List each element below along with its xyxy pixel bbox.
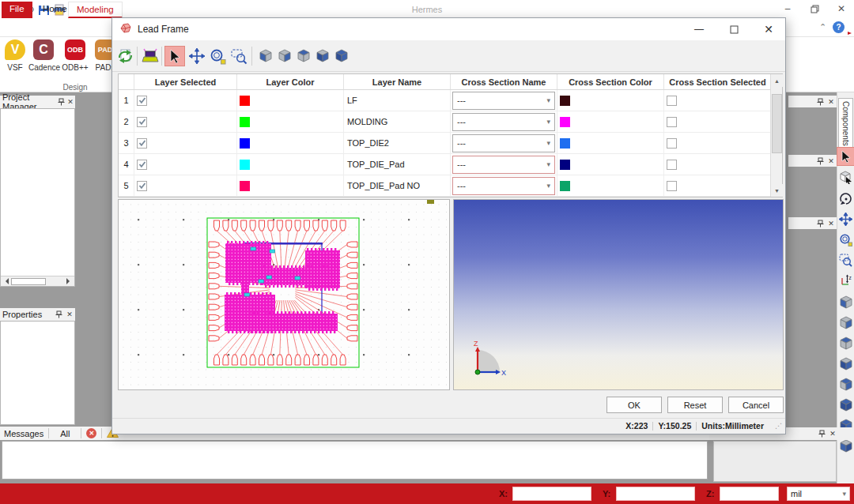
- leadframe-2d-viewport[interactable]: [118, 199, 450, 390]
- layer-color-swatch[interactable]: [240, 160, 250, 170]
- minimize-icon[interactable]: –: [777, 2, 799, 16]
- close-icon[interactable]: ✕: [64, 310, 75, 319]
- docked-panel-header[interactable]: ✕: [788, 217, 837, 229]
- view-cube-icon[interactable]: [837, 397, 854, 414]
- y-input[interactable]: [616, 487, 695, 501]
- horizontal-scrollbar[interactable]: [1, 276, 74, 286]
- properties-header[interactable]: Properties ✕: [0, 308, 75, 321]
- cross-section-selected-checkbox[interactable]: [667, 181, 677, 191]
- docked-panel-header[interactable]: ✕: [788, 96, 837, 107]
- docked-panel-header[interactable]: ✕: [788, 155, 837, 167]
- table-row[interactable]: 5TOP_DIE_Pad NO---▾: [119, 175, 782, 197]
- pin-icon[interactable]: [814, 97, 826, 107]
- scroll-right-icon[interactable]: [66, 278, 73, 284]
- layer-selected-checkbox[interactable]: [137, 181, 147, 191]
- reload-icon[interactable]: [115, 47, 134, 66]
- cross-section-name-dropdown[interactable]: ---▾: [452, 134, 555, 152]
- collapse-ribbon-icon[interactable]: ⌃: [819, 22, 826, 32]
- package-layers-icon[interactable]: [141, 47, 160, 66]
- resize-grip[interactable]: ⋰: [775, 422, 782, 430]
- zoom-icon[interactable]: [837, 231, 854, 248]
- minimize-icon[interactable]: —: [687, 21, 711, 38]
- cross-section-color-swatch[interactable]: [560, 160, 570, 170]
- ribbon-button-cadence[interactable]: C Cadence: [28, 39, 59, 72]
- view-cube-icon[interactable]: [313, 47, 332, 66]
- view-cube-icon[interactable]: [837, 438, 854, 455]
- tab-components[interactable]: Components: [838, 98, 853, 149]
- project-manager-header[interactable]: Project Manager ✕: [0, 96, 75, 108]
- layer-selected-checkbox[interactable]: [137, 96, 147, 106]
- close-icon[interactable]: ✕: [826, 97, 837, 107]
- pin-icon[interactable]: [56, 97, 66, 107]
- messages-output[interactable]: [2, 441, 708, 480]
- table-row[interactable]: 3TOP_DIE2---▾: [119, 133, 782, 154]
- scroll-left-icon[interactable]: [2, 278, 9, 284]
- cube-select-icon[interactable]: [837, 168, 854, 186]
- tab-file[interactable]: File: [2, 2, 32, 18]
- cross-section-selected-checkbox[interactable]: [667, 160, 677, 170]
- layer-color-swatch[interactable]: [240, 138, 250, 149]
- table-row[interactable]: 1LF---▾: [119, 90, 782, 111]
- pin-icon[interactable]: [816, 429, 827, 438]
- pan-icon[interactable]: [187, 47, 206, 66]
- viewport-3d[interactable]: Z X: [453, 199, 784, 390]
- pin-icon[interactable]: [814, 219, 826, 228]
- cross-section-selected-checkbox[interactable]: [667, 138, 677, 149]
- pin-icon[interactable]: [814, 156, 826, 166]
- zoom-window-icon[interactable]: [837, 251, 854, 269]
- table-row[interactable]: 4TOP_DIE_Pad---▾: [119, 154, 782, 175]
- zoom-window-icon[interactable]: [229, 47, 248, 66]
- close-icon[interactable]: ✕: [66, 97, 75, 107]
- cross-section-color-swatch[interactable]: [560, 96, 570, 106]
- ok-button[interactable]: OK: [606, 397, 662, 413]
- errors-filter-icon[interactable]: ✕: [86, 428, 96, 438]
- vertical-scrollbar[interactable]: ▲ ▼: [770, 74, 782, 197]
- cross-section-name-dropdown[interactable]: ---▾: [452, 92, 555, 110]
- titlebar[interactable]: Hermes: [0, 0, 854, 19]
- x-input[interactable]: [512, 487, 591, 501]
- layer-color-swatch[interactable]: [240, 117, 250, 127]
- restore-icon[interactable]: [803, 2, 826, 16]
- close-icon[interactable]: ✕: [830, 2, 852, 16]
- zoom-icon[interactable]: [208, 47, 227, 66]
- help-icon[interactable]: ?: [833, 21, 845, 33]
- reset-button[interactable]: Reset: [667, 397, 723, 413]
- tab-all[interactable]: All: [54, 429, 76, 438]
- pan-icon[interactable]: [837, 210, 854, 228]
- pin-icon[interactable]: [53, 310, 64, 319]
- view-cube-icon[interactable]: [294, 47, 313, 66]
- table-row[interactable]: 2MOLDING---▾: [119, 111, 782, 133]
- view-cube-icon[interactable]: [332, 47, 351, 66]
- layer-selected-checkbox[interactable]: [137, 160, 147, 170]
- tab-modeling[interactable]: Modeling: [68, 2, 123, 18]
- view-cube-icon[interactable]: [837, 314, 854, 332]
- layer-selected-checkbox[interactable]: [137, 117, 147, 127]
- view-cube-icon[interactable]: [837, 376, 854, 393]
- select-arrow-icon[interactable]: [165, 47, 184, 66]
- cross-section-color-swatch[interactable]: [560, 117, 570, 127]
- view-cube-icon[interactable]: [275, 47, 294, 66]
- z-input[interactable]: [720, 487, 779, 501]
- view-cube-icon[interactable]: [837, 335, 854, 352]
- layer-selected-checkbox[interactable]: [137, 138, 147, 149]
- cross-section-color-swatch[interactable]: [560, 181, 570, 191]
- project-manager-tree[interactable]: [0, 108, 75, 287]
- bottom-right-panel[interactable]: [713, 441, 837, 482]
- close-icon[interactable]: ✕: [757, 21, 780, 38]
- layer-color-swatch[interactable]: [240, 96, 250, 106]
- z-axis-icon[interactable]: z: [837, 272, 854, 289]
- cancel-button[interactable]: Cancel: [728, 397, 784, 413]
- scroll-up-icon[interactable]: ▲: [771, 74, 783, 87]
- scroll-down-icon[interactable]: ▼: [771, 184, 783, 197]
- view-cube-icon[interactable]: [837, 355, 854, 373]
- close-icon[interactable]: ✕: [827, 429, 838, 438]
- cross-section-name-dropdown[interactable]: ---▾: [452, 177, 555, 195]
- ribbon-button-odb[interactable]: ODB ODB++: [60, 39, 90, 72]
- cross-section-color-swatch[interactable]: [560, 138, 570, 149]
- unit-dropdown[interactable]: mil▾: [787, 487, 850, 501]
- rotate-icon[interactable]: [837, 190, 854, 207]
- scrollbar-thumb[interactable]: [772, 94, 782, 153]
- close-icon[interactable]: ✕: [826, 156, 837, 166]
- view-cube-icon[interactable]: [837, 294, 854, 311]
- view-cube-icon[interactable]: [256, 47, 275, 66]
